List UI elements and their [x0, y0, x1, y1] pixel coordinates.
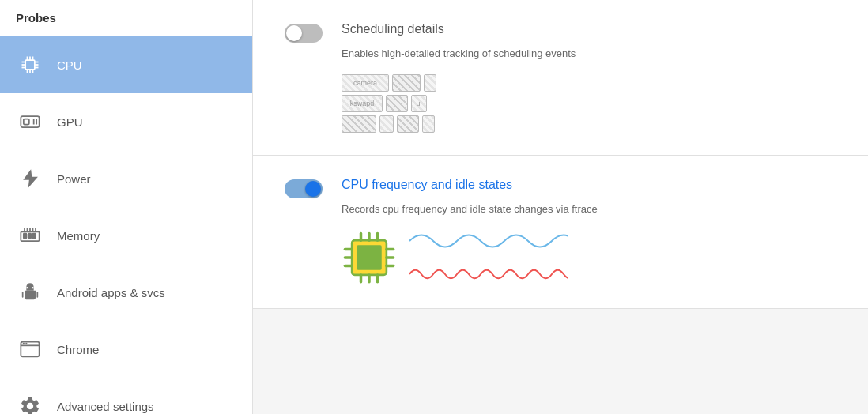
main-content: Scheduling details Enables high-detailed… — [253, 0, 868, 414]
sched-block-3b — [379, 115, 394, 133]
sched-block-ui: ui — [411, 95, 427, 112]
cpu-freq-description: Records cpu frequency and idle state cha… — [342, 201, 836, 217]
sidebar-item-memory-label: Memory — [57, 229, 100, 243]
cpu-freq-toggle[interactable] — [285, 179, 323, 198]
waves-area — [409, 229, 568, 286]
sidebar-item-power[interactable]: Power — [0, 150, 252, 207]
svg-rect-0 — [25, 60, 35, 70]
sched-row-2: kswapd ui — [342, 95, 836, 112]
svg-rect-14 — [24, 119, 29, 125]
red-wave — [409, 262, 568, 286]
cpu-freq-header-row: CPU frequency and idle states Records cp… — [285, 178, 836, 287]
sched-row-3 — [342, 115, 836, 133]
sidebar-item-chrome-label: Chrome — [57, 343, 99, 356]
cpu-icon — [16, 51, 44, 79]
sched-block-3d — [422, 115, 435, 133]
sidebar-item-chrome[interactable]: Chrome — [0, 321, 252, 378]
sidebar-header: Probes — [0, 0, 252, 36]
scheduling-description: Enables high-detailed tracking of schedu… — [342, 46, 836, 62]
scheduling-diagram: camera kswapd ui — [342, 74, 836, 133]
sidebar-item-advanced[interactable]: Advanced settings — [0, 378, 252, 414]
sched-row-1: camera — [342, 74, 836, 92]
wave-container — [342, 229, 836, 286]
settings-icon — [16, 392, 44, 414]
sched-block-2a — [386, 95, 408, 112]
svg-rect-35 — [357, 245, 382, 270]
svg-rect-24 — [28, 234, 32, 239]
svg-point-33 — [25, 343, 27, 344]
scheduling-header-row: Scheduling details Enables high-detailed… — [285, 22, 836, 133]
svg-point-32 — [23, 343, 25, 344]
scheduling-toggle-track — [285, 24, 323, 43]
gpu-icon — [16, 107, 44, 136]
sched-block-kswapd: kswapd — [342, 95, 383, 112]
svg-rect-23 — [24, 234, 26, 239]
scheduling-section: Scheduling details Enables high-detailed… — [253, 0, 868, 156]
sidebar: Probes CPU — [0, 0, 253, 414]
sched-block-camera: camera — [342, 74, 389, 92]
sidebar-item-cpu[interactable]: CPU — [0, 36, 252, 93]
memory-icon — [16, 221, 44, 250]
scheduling-toggle[interactable] — [285, 24, 323, 43]
cpu-freq-section: CPU frequency and idle states Records cp… — [253, 156, 868, 310]
sched-block-1a — [392, 74, 421, 92]
svg-point-27 — [32, 287, 33, 288]
sidebar-item-android-label: Android apps & svcs — [57, 286, 165, 299]
sidebar-item-gpu[interactable]: GPU — [0, 93, 252, 150]
sched-block-1b — [424, 74, 436, 92]
sidebar-item-memory[interactable]: Memory — [0, 207, 252, 264]
scheduling-content: Scheduling details Enables high-detailed… — [342, 22, 836, 133]
cpu-freq-toggle-track — [285, 179, 323, 198]
scheduling-title: Scheduling details — [342, 22, 836, 36]
blue-wave — [409, 229, 568, 253]
svg-point-26 — [26, 287, 28, 288]
cpu-chip-icon — [342, 230, 397, 285]
sched-block-3c — [397, 115, 419, 133]
sidebar-item-advanced-label: Advanced settings — [57, 400, 154, 413]
cpu-freq-title: CPU frequency and idle states — [342, 178, 836, 192]
sidebar-item-android[interactable]: Android apps & svcs — [0, 264, 252, 321]
svg-rect-25 — [33, 234, 36, 239]
sidebar-item-cpu-label: CPU — [57, 58, 82, 72]
cpu-diagram — [342, 229, 836, 286]
android-icon — [16, 278, 44, 307]
scheduling-toggle-thumb — [286, 25, 302, 41]
cpu-freq-content: CPU frequency and idle states Records cp… — [342, 178, 836, 287]
sidebar-item-gpu-label: GPU — [57, 115, 83, 129]
power-icon — [16, 164, 44, 193]
sidebar-item-power-label: Power — [57, 172, 91, 186]
cpu-freq-toggle-thumb — [305, 181, 321, 197]
sched-block-3a — [342, 115, 376, 133]
chrome-icon — [16, 335, 44, 363]
